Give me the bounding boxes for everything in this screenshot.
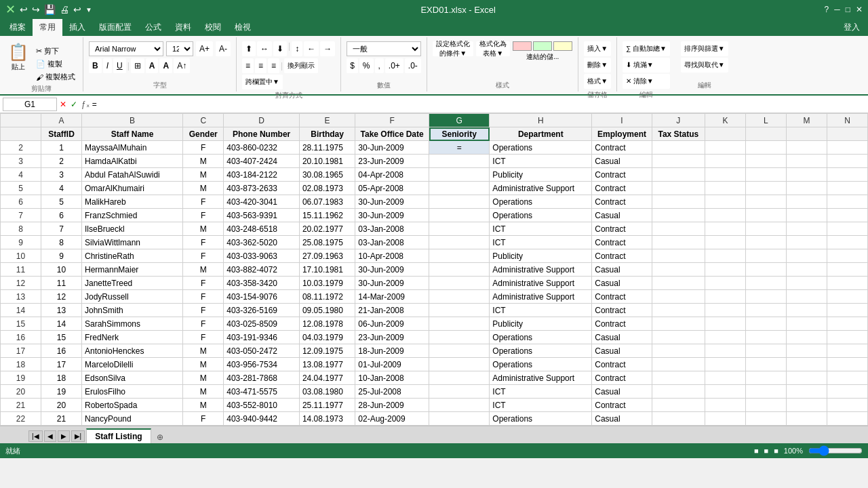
cell-l22[interactable] [745, 412, 786, 426]
cell-h20[interactable]: ICT [490, 385, 592, 399]
cell-b16[interactable]: FredNerk [82, 331, 183, 344]
undo-btn[interactable]: ↩ [20, 4, 28, 15]
cell-j5[interactable] [652, 182, 705, 195]
italic-btn[interactable]: I [103, 58, 112, 73]
cell-i15[interactable]: Contract [592, 317, 652, 331]
font-decrease-btn[interactable]: A- [216, 41, 231, 56]
cell-d6[interactable]: 403-420-3041 [224, 195, 300, 209]
cell-d8[interactable]: 403-248-6518 [224, 222, 300, 236]
cell-d5[interactable]: 403-873-2633 [224, 182, 300, 195]
col-header-m[interactable]: M [786, 114, 827, 127]
sort-filter-btn[interactable]: 排序與篩選▼ [681, 41, 728, 56]
cell-j2[interactable] [652, 141, 705, 155]
row-header-10[interactable]: 10 [1, 249, 41, 263]
cell-h12[interactable]: Administrative Support [490, 277, 592, 290]
font-color-btn[interactable]: A [159, 58, 172, 73]
view-page-break-btn[interactable]: ■ [774, 447, 778, 455]
col-header-c[interactable]: C [183, 114, 224, 127]
format-as-table-btn[interactable]: 格式化為表格▼ [476, 41, 510, 56]
tab-prev-btn[interactable]: ◀ [44, 430, 56, 442]
cell-h11[interactable]: Administrative Support [490, 263, 592, 277]
cell-f22[interactable]: 02-Aug-2009 [355, 412, 429, 426]
cell-b19[interactable]: EdsonSilva [82, 371, 183, 385]
cell-m22[interactable] [786, 412, 827, 426]
cell-d20[interactable]: 403-471-5575 [224, 385, 300, 399]
tab-formulas[interactable]: 公式 [138, 19, 168, 36]
row-header-4[interactable]: 4 [1, 168, 41, 182]
cell-g1[interactable]: Seniority [429, 127, 490, 141]
cell-g20[interactable] [429, 385, 490, 399]
cell-m10[interactable] [786, 249, 827, 263]
cell-j13[interactable] [652, 290, 705, 304]
cell-g9[interactable] [429, 236, 490, 249]
cell-g4[interactable] [429, 168, 490, 182]
cell-i2[interactable]: Contract [592, 141, 652, 155]
cell-f9[interactable]: 03-Jan-2008 [355, 236, 429, 249]
align-right-btn[interactable]: ≡ [268, 58, 279, 73]
fill-color-btn[interactable]: A [146, 58, 159, 73]
col-header-g[interactable]: G [429, 114, 490, 127]
cell-c10[interactable]: F [183, 249, 224, 263]
cell-b2[interactable]: MayssaAlMuhain [82, 141, 183, 155]
font-increase-btn[interactable]: A+ [196, 41, 213, 56]
cell-m12[interactable] [786, 277, 827, 290]
cell-i9[interactable]: Contract [592, 236, 652, 249]
cell-n8[interactable] [827, 222, 867, 236]
indent-decrease-btn[interactable]: ← [304, 41, 319, 56]
cell-g2[interactable]: = [429, 141, 490, 155]
cell-l20[interactable] [745, 385, 786, 399]
save-btn[interactable]: 💾 [44, 4, 56, 15]
cell-j4[interactable] [652, 168, 705, 182]
cell-f20[interactable]: 25-Jul-2008 [355, 385, 429, 399]
cell-k17[interactable] [705, 344, 745, 358]
underline-btn[interactable]: U [113, 58, 126, 73]
style-neutral[interactable] [553, 41, 572, 51]
cell-h1[interactable]: Department [490, 127, 592, 141]
cell-a20[interactable]: 19 [41, 385, 82, 399]
cell-j9[interactable] [652, 236, 705, 249]
cell-k13[interactable] [705, 290, 745, 304]
cell-e10[interactable]: 27.09.1963 [299, 249, 355, 263]
cell-k10[interactable] [705, 249, 745, 263]
cell-n18[interactable] [827, 358, 867, 371]
cell-m20[interactable] [786, 385, 827, 399]
cell-l16[interactable] [745, 331, 786, 344]
format-cell-btn[interactable]: 格式▼ [584, 74, 611, 89]
row-header-11[interactable]: 11 [1, 263, 41, 277]
cell-f17[interactable]: 18-Jun-2009 [355, 344, 429, 358]
cell-m4[interactable] [786, 168, 827, 182]
cell-g10[interactable] [429, 249, 490, 263]
cell-a4[interactable]: 3 [41, 168, 82, 182]
cell-h19[interactable]: Administrative Support [490, 371, 592, 385]
cell-n10[interactable] [827, 249, 867, 263]
cell-i14[interactable]: Contract [592, 304, 652, 317]
cell-i11[interactable]: Casual [592, 263, 652, 277]
cell-a12[interactable]: 11 [41, 277, 82, 290]
col-header-b[interactable]: B [82, 114, 183, 127]
cell-f1[interactable]: Take Office Date [355, 127, 429, 141]
cell-a13[interactable]: 12 [41, 290, 82, 304]
cell-l2[interactable] [745, 141, 786, 155]
cell-f10[interactable]: 10-Apr-2008 [355, 249, 429, 263]
indent-increase-btn[interactable]: → [320, 41, 335, 56]
align-bottom-btn[interactable]: ⬇ [273, 41, 287, 56]
cell-l8[interactable] [745, 222, 786, 236]
cell-h13[interactable]: Administrative Support [490, 290, 592, 304]
cell-j16[interactable] [652, 331, 705, 344]
cell-l7[interactable] [745, 209, 786, 222]
cell-k8[interactable] [705, 222, 745, 236]
cell-d17[interactable]: 403-050-2472 [224, 344, 300, 358]
cell-c5[interactable]: M [183, 182, 224, 195]
col-header-k[interactable]: K [705, 114, 745, 127]
style-good[interactable] [533, 41, 552, 51]
cell-n1[interactable] [827, 127, 867, 141]
cell-f12[interactable]: 30-Jun-2009 [355, 277, 429, 290]
cell-e12[interactable]: 10.03.1979 [299, 277, 355, 290]
cell-e17[interactable]: 12.09.1975 [299, 344, 355, 358]
cell-b12[interactable]: JanetteTreed [82, 277, 183, 290]
cell-l6[interactable] [745, 195, 786, 209]
cell-b15[interactable]: SarahSimmons [82, 317, 183, 331]
number-format-select[interactable]: 一般 自訂 [347, 41, 421, 56]
tab-insert[interactable]: 插入 [62, 19, 92, 36]
cell-m7[interactable] [786, 209, 827, 222]
